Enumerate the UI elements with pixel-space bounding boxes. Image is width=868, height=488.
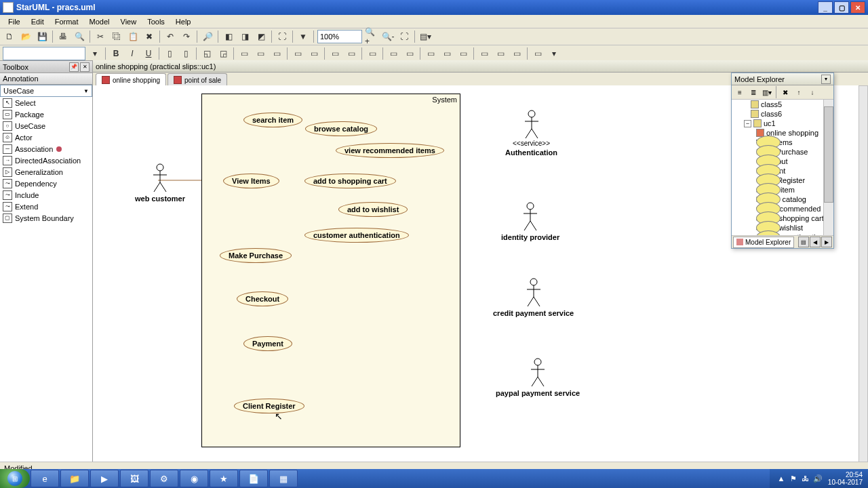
btn-c[interactable]: ◩ xyxy=(254,29,269,44)
pin-icon[interactable]: 📌 xyxy=(69,62,79,63)
menu-view[interactable]: View xyxy=(115,16,142,27)
print-preview-button[interactable]: 🔍 xyxy=(72,29,87,44)
main-area: Toolbox 📌 ✕ Annotation UseCase ▼ ↖Select… xyxy=(0,60,868,62)
font-dd[interactable]: ▾ xyxy=(87,46,102,61)
cut-button[interactable]: ✂ xyxy=(93,29,108,44)
zoom-out-button[interactable]: 🔍- xyxy=(380,29,395,44)
redo-button[interactable]: ↷ xyxy=(179,29,194,44)
font-combo[interactable] xyxy=(3,47,85,60)
grp-9[interactable]: ▭ xyxy=(386,46,401,61)
grp-18[interactable]: ▾ xyxy=(547,46,561,61)
btn-d[interactable]: ⛶ xyxy=(275,29,290,44)
grp-11[interactable]: ▭ xyxy=(423,46,438,61)
delete-button[interactable]: ✖ xyxy=(142,29,157,44)
save-button[interactable]: 💾 xyxy=(35,29,50,44)
window-title: StarUML - pracs.uml xyxy=(16,3,816,12)
grp-4[interactable]: ▭ xyxy=(290,46,305,61)
grp-1[interactable]: ▭ xyxy=(237,46,252,61)
copy-button[interactable]: ⿻ xyxy=(109,29,124,44)
canvas-area: online shopping (practical slips::uc1) o… xyxy=(93,60,868,62)
align-1[interactable]: ▯ xyxy=(162,46,177,61)
window-titlebar: StarUML - pracs.uml _ ▢ ✕ xyxy=(0,0,868,15)
fit-button[interactable]: ⛶ xyxy=(397,29,412,44)
grp-17[interactable]: ▭ xyxy=(530,46,545,61)
grp-13[interactable]: ▭ xyxy=(456,46,471,61)
grp-12[interactable]: ▭ xyxy=(439,46,454,61)
menu-tools[interactable]: Tools xyxy=(142,16,170,27)
grp-7[interactable]: ▭ xyxy=(344,46,359,61)
grp-8[interactable]: ▭ xyxy=(365,46,380,61)
arrange-1[interactable]: ◱ xyxy=(199,46,214,61)
grp-15[interactable]: ▭ xyxy=(493,46,508,61)
grp-14[interactable]: ▭ xyxy=(477,46,492,61)
grp-16[interactable]: ▭ xyxy=(509,46,524,61)
undo-button[interactable]: ↶ xyxy=(163,29,178,44)
close-button[interactable]: ✕ xyxy=(850,1,865,14)
menu-file[interactable]: File xyxy=(3,16,26,27)
find-button[interactable]: 🔎 xyxy=(200,29,215,44)
menu-model[interactable]: Model xyxy=(84,16,115,27)
close-panel-icon[interactable]: ✕ xyxy=(80,62,90,63)
maximize-button[interactable]: ▢ xyxy=(834,1,849,14)
print-button[interactable]: 🖶 xyxy=(56,29,71,44)
btn-b[interactable]: ◨ xyxy=(237,29,252,44)
menu-format[interactable]: Format xyxy=(50,16,84,27)
minimize-button[interactable]: _ xyxy=(818,1,833,14)
menu-help[interactable]: Help xyxy=(170,16,197,27)
new-button[interactable]: 🗋 xyxy=(2,29,17,44)
grp-2[interactable]: ▭ xyxy=(253,46,268,61)
toolbar-main: 🗋 📂 💾 🖶 🔍 ✂ ⿻ 📋 ✖ ↶ ↷ 🔎 ◧ ◨ ◩ ⛶ ▼ 100% 🔍… xyxy=(0,28,868,45)
paste-button[interactable]: 📋 xyxy=(125,29,140,44)
app-icon xyxy=(3,2,14,13)
arrange-2[interactable]: ◲ xyxy=(216,46,231,61)
underline-button[interactable]: U xyxy=(141,46,156,61)
grp-5[interactable]: ▭ xyxy=(307,46,321,61)
view-button[interactable]: ▤▾ xyxy=(418,29,433,44)
grp-6[interactable]: ▭ xyxy=(328,46,342,61)
toolbox-header: Toolbox 📌 ✕ xyxy=(0,60,92,62)
document-header: online shopping (practical slips::uc1) xyxy=(93,60,868,62)
btn-a[interactable]: ◧ xyxy=(221,29,236,44)
menubar: File Edit Format Model View Tools Help xyxy=(0,15,868,28)
align-2[interactable]: ▯ xyxy=(178,46,193,61)
color-button[interactable]: ▼ xyxy=(296,29,311,44)
zoom-combo[interactable]: 100% xyxy=(317,30,362,43)
grp-3[interactable]: ▭ xyxy=(269,46,284,61)
toolbox-panel: Toolbox 📌 ✕ Annotation UseCase ▼ ↖Select… xyxy=(0,60,93,62)
menu-edit[interactable]: Edit xyxy=(26,16,50,27)
zoom-in-button[interactable]: 🔍+ xyxy=(364,29,379,44)
grp-10[interactable]: ▭ xyxy=(402,46,417,61)
bold-button[interactable]: B xyxy=(108,46,123,61)
open-button[interactable]: 📂 xyxy=(18,29,33,44)
italic-button[interactable]: I xyxy=(125,46,140,61)
